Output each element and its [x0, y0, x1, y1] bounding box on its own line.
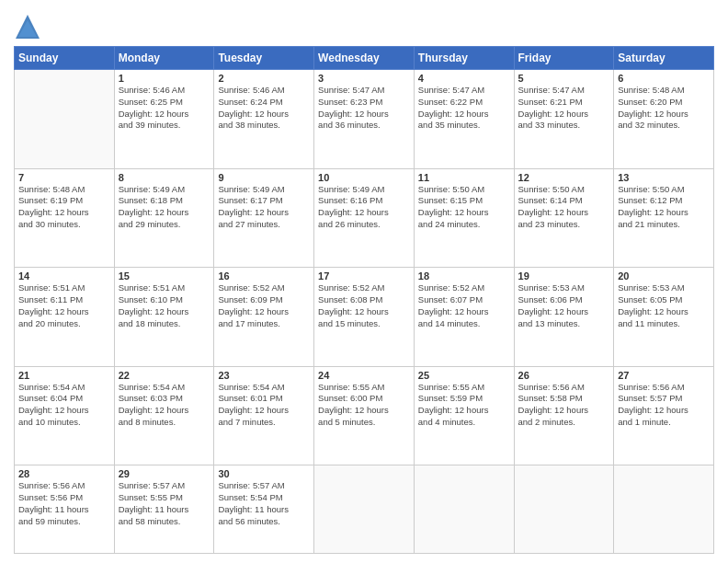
- calendar-cell: 21Sunrise: 5:54 AM Sunset: 6:04 PM Dayli…: [15, 366, 115, 465]
- logo-icon: [14, 13, 41, 40]
- day-info: Sunrise: 5:56 AM Sunset: 5:58 PM Dayligh…: [518, 382, 610, 429]
- calendar-cell: 1Sunrise: 5:46 AM Sunset: 6:25 PM Daylig…: [114, 70, 214, 169]
- day-info: Sunrise: 5:50 AM Sunset: 6:15 PM Dayligh…: [418, 184, 510, 231]
- calendar-week-4: 21Sunrise: 5:54 AM Sunset: 6:04 PM Dayli…: [15, 366, 714, 465]
- day-number: 16: [218, 270, 310, 282]
- day-info: Sunrise: 5:48 AM Sunset: 6:19 PM Dayligh…: [18, 184, 110, 231]
- header: [14, 9, 714, 40]
- calendar-cell: 19Sunrise: 5:53 AM Sunset: 6:06 PM Dayli…: [514, 268, 614, 367]
- calendar-cell: [314, 465, 415, 554]
- day-number: 9: [218, 172, 310, 183]
- day-number: 27: [618, 370, 710, 381]
- page: SundayMondayTuesdayWednesdayThursdayFrid…: [0, 0, 728, 563]
- day-number: 18: [418, 270, 510, 282]
- day-info: Sunrise: 5:50 AM Sunset: 6:14 PM Dayligh…: [518, 184, 610, 231]
- day-number: 15: [119, 270, 210, 282]
- day-number: 8: [119, 172, 210, 183]
- day-number: 10: [318, 172, 410, 183]
- calendar-cell: 18Sunrise: 5:52 AM Sunset: 6:07 PM Dayli…: [414, 268, 514, 367]
- calendar-cell: 5Sunrise: 5:47 AM Sunset: 6:21 PM Daylig…: [514, 70, 614, 169]
- day-number: 11: [418, 172, 510, 183]
- day-info: Sunrise: 5:54 AM Sunset: 6:04 PM Dayligh…: [18, 382, 110, 429]
- calendar-week-2: 7Sunrise: 5:48 AM Sunset: 6:19 PM Daylig…: [15, 168, 714, 268]
- calendar-cell: 10Sunrise: 5:49 AM Sunset: 6:16 PM Dayli…: [314, 168, 415, 268]
- day-info: Sunrise: 5:51 AM Sunset: 6:10 PM Dayligh…: [119, 282, 210, 329]
- calendar-cell: 20Sunrise: 5:53 AM Sunset: 6:05 PM Dayli…: [614, 268, 714, 367]
- day-number: 24: [318, 370, 410, 381]
- day-number: 19: [518, 270, 610, 282]
- day-info: Sunrise: 5:54 AM Sunset: 6:03 PM Dayligh…: [119, 382, 210, 429]
- day-info: Sunrise: 5:49 AM Sunset: 6:18 PM Dayligh…: [119, 184, 210, 231]
- weekday-header-thursday: Thursday: [414, 47, 514, 70]
- day-number: 22: [119, 370, 210, 381]
- day-number: 1: [119, 73, 210, 84]
- day-number: 4: [418, 73, 510, 84]
- calendar-cell: 8Sunrise: 5:49 AM Sunset: 6:18 PM Daylig…: [114, 168, 214, 268]
- day-info: Sunrise: 5:53 AM Sunset: 6:05 PM Dayligh…: [618, 282, 710, 329]
- calendar-cell: 27Sunrise: 5:56 AM Sunset: 5:57 PM Dayli…: [614, 366, 714, 465]
- day-info: Sunrise: 5:49 AM Sunset: 6:16 PM Dayligh…: [318, 184, 410, 231]
- day-info: Sunrise: 5:47 AM Sunset: 6:21 PM Dayligh…: [518, 85, 610, 132]
- calendar-week-3: 14Sunrise: 5:51 AM Sunset: 6:11 PM Dayli…: [15, 268, 714, 367]
- calendar-cell: 13Sunrise: 5:50 AM Sunset: 6:12 PM Dayli…: [614, 168, 714, 268]
- day-info: Sunrise: 5:56 AM Sunset: 5:57 PM Dayligh…: [618, 382, 710, 429]
- day-info: Sunrise: 5:52 AM Sunset: 6:07 PM Dayligh…: [418, 282, 510, 329]
- weekday-header-tuesday: Tuesday: [214, 47, 314, 70]
- calendar-cell: 12Sunrise: 5:50 AM Sunset: 6:14 PM Dayli…: [514, 168, 614, 268]
- calendar-cell: 17Sunrise: 5:52 AM Sunset: 6:08 PM Dayli…: [314, 268, 415, 367]
- calendar-cell: 29Sunrise: 5:57 AM Sunset: 5:55 PM Dayli…: [114, 465, 214, 554]
- weekday-header-monday: Monday: [114, 47, 214, 70]
- day-info: Sunrise: 5:52 AM Sunset: 6:09 PM Dayligh…: [218, 282, 310, 329]
- day-number: 5: [518, 73, 610, 84]
- calendar-cell: [15, 70, 115, 169]
- day-info: Sunrise: 5:52 AM Sunset: 6:08 PM Dayligh…: [318, 282, 410, 329]
- day-info: Sunrise: 5:55 AM Sunset: 6:00 PM Dayligh…: [318, 382, 410, 429]
- day-number: 23: [218, 370, 310, 381]
- day-info: Sunrise: 5:46 AM Sunset: 6:25 PM Dayligh…: [119, 85, 210, 132]
- day-info: Sunrise: 5:50 AM Sunset: 6:12 PM Dayligh…: [618, 184, 710, 231]
- day-info: Sunrise: 5:57 AM Sunset: 5:54 PM Dayligh…: [218, 480, 310, 527]
- day-number: 25: [418, 370, 510, 381]
- calendar-week-1: 1Sunrise: 5:46 AM Sunset: 6:25 PM Daylig…: [15, 70, 714, 169]
- calendar-cell: 16Sunrise: 5:52 AM Sunset: 6:09 PM Dayli…: [214, 268, 314, 367]
- day-info: Sunrise: 5:47 AM Sunset: 6:22 PM Dayligh…: [418, 85, 510, 132]
- calendar-cell: 6Sunrise: 5:48 AM Sunset: 6:20 PM Daylig…: [614, 70, 714, 169]
- day-info: Sunrise: 5:51 AM Sunset: 6:11 PM Dayligh…: [18, 282, 110, 329]
- calendar-cell: 11Sunrise: 5:50 AM Sunset: 6:15 PM Dayli…: [414, 168, 514, 268]
- day-info: Sunrise: 5:55 AM Sunset: 5:59 PM Dayligh…: [418, 382, 510, 429]
- calendar-cell: 9Sunrise: 5:49 AM Sunset: 6:17 PM Daylig…: [214, 168, 314, 268]
- day-info: Sunrise: 5:48 AM Sunset: 6:20 PM Dayligh…: [618, 85, 710, 132]
- calendar-week-5: 28Sunrise: 5:56 AM Sunset: 5:56 PM Dayli…: [15, 465, 714, 554]
- day-number: 28: [18, 468, 110, 479]
- day-number: 3: [318, 73, 410, 84]
- weekday-header-saturday: Saturday: [614, 47, 714, 70]
- calendar-cell: 23Sunrise: 5:54 AM Sunset: 6:01 PM Dayli…: [214, 366, 314, 465]
- day-number: 30: [218, 468, 310, 479]
- calendar-cell: 7Sunrise: 5:48 AM Sunset: 6:19 PM Daylig…: [15, 168, 115, 268]
- calendar-cell: [514, 465, 614, 554]
- weekday-header-wednesday: Wednesday: [314, 47, 415, 70]
- day-info: Sunrise: 5:53 AM Sunset: 6:06 PM Dayligh…: [518, 282, 610, 329]
- day-info: Sunrise: 5:46 AM Sunset: 6:24 PM Dayligh…: [218, 85, 310, 132]
- calendar-cell: 28Sunrise: 5:56 AM Sunset: 5:56 PM Dayli…: [15, 465, 115, 554]
- calendar-table: SundayMondayTuesdayWednesdayThursdayFrid…: [14, 46, 714, 554]
- logo: [14, 13, 45, 40]
- day-number: 14: [18, 270, 110, 282]
- weekday-header-row: SundayMondayTuesdayWednesdayThursdayFrid…: [15, 47, 714, 70]
- day-info: Sunrise: 5:54 AM Sunset: 6:01 PM Dayligh…: [218, 382, 310, 429]
- calendar-cell: 2Sunrise: 5:46 AM Sunset: 6:24 PM Daylig…: [214, 70, 314, 169]
- calendar-cell: 30Sunrise: 5:57 AM Sunset: 5:54 PM Dayli…: [214, 465, 314, 554]
- calendar-cell: [414, 465, 514, 554]
- calendar-cell: 3Sunrise: 5:47 AM Sunset: 6:23 PM Daylig…: [314, 70, 415, 169]
- day-number: 17: [318, 270, 410, 282]
- calendar-cell: 25Sunrise: 5:55 AM Sunset: 5:59 PM Dayli…: [414, 366, 514, 465]
- calendar-cell: 4Sunrise: 5:47 AM Sunset: 6:22 PM Daylig…: [414, 70, 514, 169]
- day-number: 21: [18, 370, 110, 381]
- day-number: 12: [518, 172, 610, 183]
- day-info: Sunrise: 5:57 AM Sunset: 5:55 PM Dayligh…: [119, 480, 210, 527]
- calendar-cell: 14Sunrise: 5:51 AM Sunset: 6:11 PM Dayli…: [15, 268, 115, 367]
- day-number: 26: [518, 370, 610, 381]
- day-info: Sunrise: 5:47 AM Sunset: 6:23 PM Dayligh…: [318, 85, 410, 132]
- calendar-cell: 22Sunrise: 5:54 AM Sunset: 6:03 PM Dayli…: [114, 366, 214, 465]
- calendar-cell: 26Sunrise: 5:56 AM Sunset: 5:58 PM Dayli…: [514, 366, 614, 465]
